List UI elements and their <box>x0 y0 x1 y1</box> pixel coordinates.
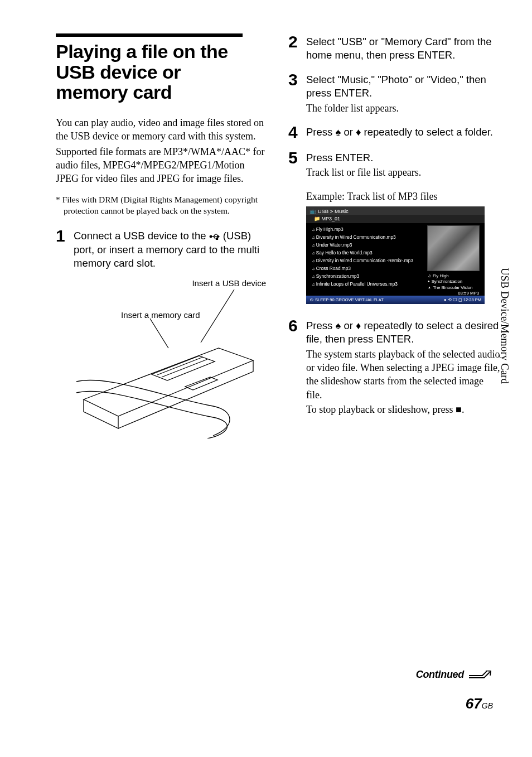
step-number-5: 5 <box>288 150 301 304</box>
usb-insert-label: Insert a USB device <box>74 278 269 288</box>
step-6-subtext-2: To stop playback or slideshow, press ■. <box>306 403 501 416</box>
step-2-text: Select "USB" or "Memory Card" from the h… <box>306 35 501 62</box>
step-5-subtext: Track list or file list appears. <box>306 166 501 179</box>
ts-item: Fly High.mp3 <box>309 225 424 233</box>
ts-breadcrumb: 📺 USB > Music <box>306 206 485 215</box>
svg-marker-6 <box>217 235 219 238</box>
tracklist-screenshot: 📺 USB > Music 📁 MP3_01 Fly High.mp3 Dive… <box>306 206 485 304</box>
step-4-text: Press ♠ or ♦ repeatedly to select a fold… <box>306 126 501 139</box>
ts-item: Synchronization.mp3 <box>309 272 424 280</box>
continued-indicator: Continued <box>416 669 493 681</box>
step-3-subtext: The folder list appears. <box>306 102 501 115</box>
ts-item: Say Hello to the World.mp3 <box>309 249 424 257</box>
ts-item: Infinite Loops of Parallel Universes.mp3 <box>309 280 424 288</box>
continued-arrow-icon <box>468 671 493 679</box>
ts-item: Diversity in Wired Communication -Remix-… <box>309 257 424 264</box>
step-3-text: Select "Music," "Photo" or "Video," then… <box>306 73 501 100</box>
svg-line-10 <box>162 359 207 377</box>
ts-item: Under Water.mp3 <box>309 241 424 249</box>
step-5-text: Press ENTER. <box>306 151 501 165</box>
ts-item: Cross Road.mp3 <box>309 264 424 272</box>
ts-file-list: Fly High.mp3 Diversity in Wired Communic… <box>306 223 424 295</box>
ts-album-art <box>427 225 480 271</box>
up-arrow-icon: ♠ <box>335 320 341 331</box>
card-insert-label: Insert a memory card <box>74 310 269 320</box>
usb-icon <box>209 230 223 242</box>
ts-item: Diversity in Wired Communication.mp3 <box>309 233 424 241</box>
svg-line-8 <box>150 319 168 348</box>
step-6-subtext-1: The system starts playback of the select… <box>306 348 501 402</box>
ts-status-bar: ⏲ SLEEP 90 GROOVE VIRTUAL FLAT ● ⟲ 🖵 ◻ 1… <box>306 296 485 304</box>
step-number-2: 2 <box>288 33 301 62</box>
section-heading-block: Playing a file on the USB device or memo… <box>56 33 243 103</box>
step-number-1: 1 <box>56 228 68 450</box>
tracklist-caption: Example: Track list of MP3 files <box>306 190 501 203</box>
ts-metadata: Fly High Synchronization The Binocular V… <box>424 273 482 297</box>
drm-footnote: * Files with DRM (Digital Rights Managem… <box>56 194 269 216</box>
stop-icon: ■ <box>456 404 462 415</box>
intro-paragraph-1: You can play audio, video and image file… <box>56 116 269 143</box>
step-number-4: 4 <box>288 124 301 141</box>
chapter-side-tab: USB Device/Memory Card <box>499 268 511 384</box>
svg-line-9 <box>157 357 203 375</box>
ts-folder: 📁 MP3_01 <box>306 215 485 223</box>
section-title: Playing a file on the USB device or memo… <box>56 41 243 103</box>
intro-paragraph-2: Supported file formats are MP3*/WMA*/AAC… <box>56 145 269 186</box>
page-number: 67GB <box>416 695 493 712</box>
step-6-text: Press ♠ or ♦ repeatedly to select a desi… <box>306 319 501 346</box>
step-1-text: Connect a USB device to the <box>74 229 269 270</box>
step-number-3: 3 <box>288 71 301 115</box>
up-arrow-icon: ♠ <box>335 126 341 138</box>
step-number-6: 6 <box>288 317 301 416</box>
